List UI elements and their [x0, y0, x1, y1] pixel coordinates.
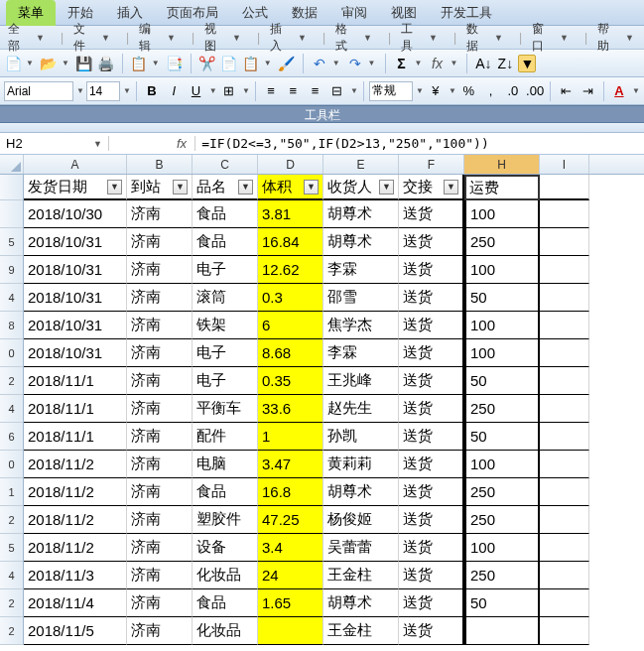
cell[interactable]: 电脑	[193, 451, 258, 478]
cell[interactable]: 250	[464, 562, 540, 589]
row-header[interactable]: 2	[0, 589, 24, 617]
indent-inc-button[interactable]: ⇥	[579, 81, 598, 101]
cell[interactable]: 2018/10/30	[24, 200, 127, 228]
font-color-button[interactable]: A	[609, 81, 629, 101]
cell[interactable]	[540, 589, 589, 617]
cell[interactable]: 送货	[399, 562, 464, 589]
fx-label[interactable]: fx	[169, 136, 195, 151]
header-cell[interactable]: 品名▼	[193, 175, 258, 200]
cell[interactable]: 济南	[127, 228, 193, 256]
cell[interactable]	[540, 228, 589, 256]
cell[interactable]: 2018/10/31	[24, 339, 127, 367]
dropdown-icon[interactable]: ▼	[97, 33, 114, 43]
cell[interactable]: 送货	[399, 617, 464, 645]
cell[interactable]: 化妆品	[193, 617, 258, 645]
paste2-icon[interactable]: 📋	[242, 55, 260, 72]
cell[interactable]: 黄莉莉	[323, 451, 399, 478]
col-header-B[interactable]: B	[127, 155, 193, 174]
cell[interactable]: 济南	[127, 312, 193, 339]
cell[interactable]: 塑胶件	[193, 506, 258, 534]
cell[interactable]: 送货	[399, 589, 464, 617]
col-header-E[interactable]: E	[323, 155, 399, 174]
cell[interactable]: 12.62	[258, 256, 323, 284]
cell[interactable]: 吴蕾蕾	[323, 534, 399, 562]
row-header[interactable]: 4	[0, 284, 24, 312]
currency-button[interactable]: ¥	[426, 81, 446, 101]
cell[interactable]	[540, 534, 589, 562]
cell[interactable]: 济南	[127, 367, 193, 395]
cell[interactable]: 平衡车	[193, 395, 258, 423]
save-icon[interactable]: 💾	[75, 55, 93, 72]
cell[interactable]: 2018/11/2	[24, 534, 127, 562]
header-cell[interactable]: 交接▼	[399, 175, 464, 200]
cell[interactable]: 杨俊姬	[323, 506, 399, 534]
cell[interactable]: 王金柱	[323, 617, 399, 645]
cell[interactable]: 3.47	[258, 451, 323, 478]
cell[interactable]: 47.25	[258, 506, 323, 534]
cell[interactable]: 3.81	[258, 200, 323, 228]
row-header[interactable]: 9	[0, 256, 24, 284]
row-header[interactable]: 8	[0, 312, 24, 339]
cell[interactable]: 食品	[193, 228, 258, 256]
cell[interactable]: 2018/11/5	[24, 617, 127, 645]
row-header[interactable]: 5	[0, 534, 24, 562]
row-header[interactable]: 4	[0, 395, 24, 423]
row-header[interactable]	[0, 200, 24, 228]
cell[interactable]: 100	[464, 534, 540, 562]
print-icon[interactable]: 🖨️	[97, 55, 115, 72]
cell[interactable]: 滚筒	[193, 284, 258, 312]
cell[interactable]: 食品	[193, 478, 258, 506]
cell[interactable]: 送货	[399, 284, 464, 312]
cell[interactable]: 王金柱	[323, 562, 399, 589]
formula-input[interactable]: =IF(D2<=3,"50",IF(D2>13,"250","100"))	[195, 134, 644, 153]
cell[interactable]: 2018/11/2	[24, 451, 127, 478]
align-left-button[interactable]: ≡	[261, 81, 281, 101]
cell[interactable]: 2018/11/1	[24, 367, 127, 395]
row-header[interactable]: 0	[0, 339, 24, 367]
cell[interactable]	[258, 617, 323, 645]
cell[interactable]: 送货	[399, 312, 464, 339]
cell[interactable]: 济南	[127, 589, 193, 617]
sec-menu-item[interactable]: 帮助	[593, 21, 621, 55]
cell[interactable]: 250	[464, 395, 540, 423]
cell[interactable]	[540, 256, 589, 284]
cell[interactable]: 电子	[193, 256, 258, 284]
cell[interactable]: 铁架	[193, 312, 258, 339]
row-header[interactable]: 6	[0, 423, 24, 451]
cell[interactable]: 33.6	[258, 395, 323, 423]
cell[interactable]	[540, 451, 589, 478]
cell[interactable]: 送货	[399, 534, 464, 562]
cell[interactable]	[540, 339, 589, 367]
dropdown-icon[interactable]: ▼	[490, 33, 507, 43]
cell[interactable]: 胡尊术	[323, 478, 399, 506]
filter-icon[interactable]: ▼	[304, 180, 319, 195]
cell[interactable]: 100	[464, 256, 540, 284]
sec-menu-item[interactable]: 数据	[462, 21, 490, 55]
cell[interactable]: 1	[258, 423, 323, 451]
cell[interactable]: 50	[464, 367, 540, 395]
cell[interactable]: 济南	[127, 339, 193, 367]
italic-button[interactable]: I	[164, 81, 184, 101]
cell[interactable]: 赵先生	[323, 395, 399, 423]
dropdown-icon[interactable]: ▼	[621, 33, 638, 43]
cell[interactable]: 送货	[399, 506, 464, 534]
cell[interactable]: 2018/10/31	[24, 284, 127, 312]
sort-asc-icon[interactable]: A↓	[474, 55, 492, 72]
new-icon[interactable]: 📄	[4, 55, 22, 72]
comma-button[interactable]: ,	[480, 81, 500, 101]
cell[interactable]: 24	[258, 562, 323, 589]
sec-menu-item[interactable]: 视图	[200, 21, 228, 55]
cell[interactable]: 济南	[127, 451, 193, 478]
undo-icon[interactable]: ↶	[311, 55, 328, 72]
cell[interactable]: 100	[464, 339, 540, 367]
cell[interactable]: 邵雪	[323, 284, 399, 312]
filter-icon[interactable]: ▼	[173, 180, 188, 195]
cell[interactable]: 2018/10/31	[24, 312, 127, 339]
format-painter-icon[interactable]: 🖌️	[278, 55, 296, 72]
redo-icon[interactable]: ↷	[346, 55, 364, 72]
filter-icon[interactable]: ▼	[107, 180, 122, 195]
cell[interactable]: 济南	[127, 395, 193, 423]
cell[interactable]: 0.3	[258, 284, 323, 312]
sec-menu-item[interactable]: 工具	[397, 21, 425, 55]
header-cell-selected[interactable]: 运费	[464, 175, 540, 200]
